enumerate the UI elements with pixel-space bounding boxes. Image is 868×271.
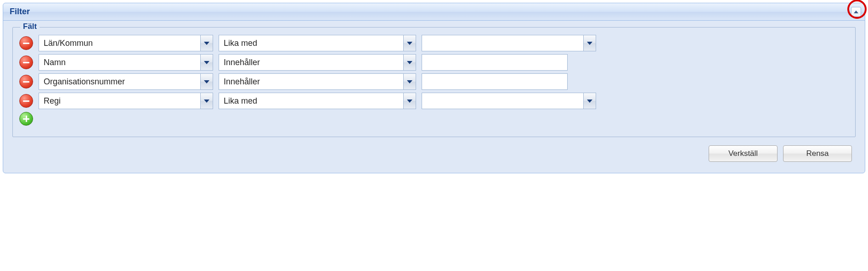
chevron-down-icon [204,100,209,103]
add-row-button[interactable] [19,112,33,126]
filter-row [19,54,849,71]
operator-combo-trigger[interactable] [403,73,416,90]
value-text-input[interactable] [422,54,568,71]
remove-row-button[interactable] [19,75,33,88]
value-combo-input[interactable] [422,93,583,109]
remove-row-button[interactable] [19,94,33,108]
operator-combo-input[interactable] [219,93,403,109]
operator-combo-trigger[interactable] [403,93,416,109]
field-combo-input[interactable] [39,35,200,51]
filter-panel-body: Fält [3,21,865,173]
chevron-up-icon [854,11,858,13]
field-combo-trigger[interactable] [200,93,213,109]
footer-toolbar: Verkställ Rensa [12,144,856,168]
value-combo[interactable] [422,93,596,109]
field-combo-trigger[interactable] [200,54,213,71]
operator-combo[interactable] [219,73,416,90]
value-text-input[interactable] [422,73,568,90]
filter-row [19,35,849,51]
chevron-down-icon [407,80,412,83]
fields-legend: Fält [20,22,39,31]
field-combo[interactable] [39,35,213,51]
field-combo-input[interactable] [39,93,200,109]
remove-row-button[interactable] [19,55,33,69]
chevron-down-icon [204,80,209,83]
remove-row-button[interactable] [19,36,33,50]
operator-combo[interactable] [219,54,416,71]
clear-button[interactable]: Rensa [783,145,852,162]
filter-row [19,93,849,109]
filter-panel-title: Filter [10,7,30,16]
chevron-down-icon [407,100,412,103]
filter-panel: Filter Fält [3,3,865,173]
field-combo[interactable] [39,93,213,109]
add-row [19,112,849,126]
operator-combo[interactable] [219,93,416,109]
field-combo-input[interactable] [39,54,200,71]
chevron-down-icon [204,61,209,64]
filter-row [19,73,849,90]
filter-panel-header: Filter [3,3,865,21]
operator-combo-input[interactable] [219,54,403,71]
chevron-down-icon [204,42,209,45]
operator-combo-trigger[interactable] [403,54,416,71]
chevron-down-icon [587,100,592,103]
apply-button[interactable]: Verkställ [709,145,778,162]
field-combo[interactable] [39,54,213,71]
operator-combo[interactable] [219,35,416,51]
collapse-button[interactable] [851,7,861,17]
chevron-down-icon [407,61,412,64]
chevron-down-icon [587,42,592,45]
operator-combo-input[interactable] [219,35,403,51]
value-combo-trigger[interactable] [583,35,596,51]
field-combo[interactable] [39,73,213,90]
field-combo-trigger[interactable] [200,73,213,90]
value-combo-input[interactable] [422,35,583,51]
chevron-down-icon [407,42,412,45]
field-combo-input[interactable] [39,73,200,90]
fields-fieldset: Fält [12,27,856,137]
operator-combo-input[interactable] [219,73,403,90]
value-combo-trigger[interactable] [583,93,596,109]
field-combo-trigger[interactable] [200,35,213,51]
operator-combo-trigger[interactable] [403,35,416,51]
value-combo[interactable] [422,35,596,51]
